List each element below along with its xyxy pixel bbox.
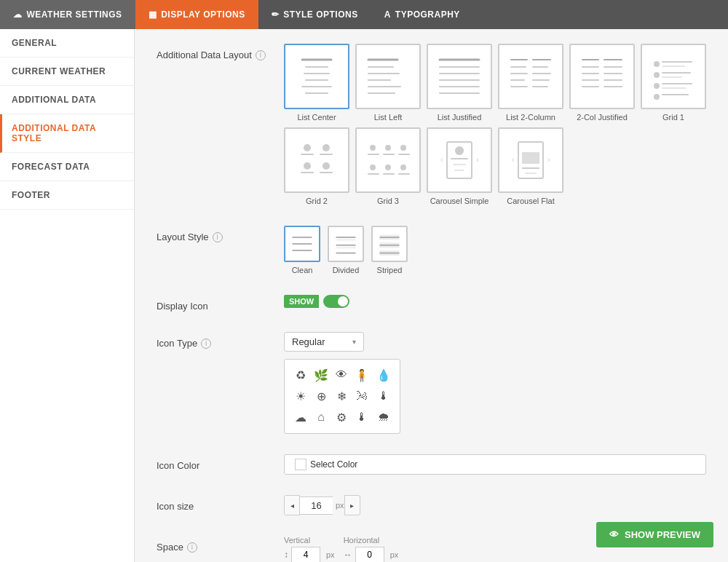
icon-eye[interactable]: 👁 — [336, 368, 347, 382]
layout-info-icon[interactable]: i — [256, 50, 266, 60]
icon-thermometer[interactable]: 🌡 — [378, 389, 389, 403]
space-horizontal-label: Horizontal — [344, 536, 399, 545]
nav-display-options[interactable]: ▦ DISPLAY OPTIONS — [135, 0, 258, 29]
icon-size-increase[interactable]: ▸ — [344, 495, 360, 515]
layout-option-2col-justified[interactable]: 2-Col Justified — [569, 44, 635, 122]
layout-option-box-list-2column[interactable] — [498, 44, 563, 109]
svg-text:‹: ‹ — [512, 156, 514, 164]
svg-point-49 — [304, 144, 311, 151]
layout-option-box-carousel-simple[interactable]: ‹ › — [427, 127, 492, 193]
sidebar-item-current-weather[interactable]: CURRENT WEATHER — [0, 58, 134, 86]
sidebar-item-additional-data-style[interactable]: ADDITIONAL DATA STYLE — [0, 114, 134, 153]
icon-leaf[interactable]: 🌿 — [314, 368, 328, 382]
layout-option-grid-2[interactable]: Grid 2 — [284, 127, 349, 205]
layout-option-list-justified[interactable]: List Justified — [427, 44, 492, 122]
icon-size-decrease[interactable]: ◂ — [284, 495, 300, 515]
svg-point-57 — [370, 145, 376, 151]
nav-style-options[interactable]: ✏ STYLE OPTIONS — [258, 0, 371, 29]
icon-type-dropdown[interactable]: Regular ▾ — [284, 332, 364, 352]
svg-point-67 — [400, 165, 406, 170]
main-layout: GENERAL CURRENT WEATHER ADDITIONAL DATA … — [0, 29, 728, 562]
sidebar-item-additional-data[interactable]: ADDITIONAL DATA — [0, 86, 134, 114]
icon-droplet[interactable]: 💧 — [376, 368, 391, 382]
icon-type-info-icon[interactable]: i — [201, 339, 211, 349]
svg-point-47 — [654, 94, 660, 100]
svg-text:›: › — [547, 156, 550, 164]
icon-size-section: Icon size ◂ 16 px ▸ — [157, 495, 706, 515]
space-horizontal-group: Horizontal ↔ px — [344, 536, 399, 562]
style-option-box-striped[interactable] — [371, 226, 408, 262]
space-vertical-value[interactable] — [291, 547, 320, 562]
layout-style-info-icon[interactable]: i — [213, 232, 223, 242]
font-icon: A — [384, 9, 391, 20]
additional-data-layout-section: Additional Data Layout i — [157, 44, 706, 205]
style-option-box-divided[interactable] — [328, 226, 364, 262]
layout-option-list-center[interactable]: List Center — [284, 44, 349, 122]
layout-option-box-list-center[interactable] — [284, 44, 349, 109]
layout-option-label-list-justified: List Justified — [438, 113, 482, 122]
sidebar-item-footer[interactable]: FOOTER — [0, 181, 134, 210]
layout-option-carousel-flat[interactable]: ‹ › Carousel Flat — [498, 127, 563, 205]
layout-option-label-grid-2: Grid 2 — [306, 197, 328, 205]
sidebar: GENERAL CURRENT WEATHER ADDITIONAL DATA … — [0, 29, 135, 562]
sidebar-item-general[interactable]: GENERAL — [0, 29, 134, 58]
svg-point-53 — [304, 162, 311, 170]
display-icon-toggle[interactable]: SHOW — [284, 295, 706, 308]
style-option-striped[interactable]: Striped — [371, 226, 408, 274]
icon-size-value[interactable]: 16 — [300, 496, 333, 515]
icon-rain[interactable]: 🌧 — [378, 411, 389, 424]
layout-option-box-grid-3[interactable] — [355, 127, 421, 193]
layout-option-box-grid-2[interactable] — [284, 127, 349, 193]
icon-wind[interactable]: 🌬 — [356, 389, 368, 403]
icon-color-button[interactable]: Select Color — [284, 454, 706, 475]
horizontal-arrow-icon: ↔ — [344, 550, 352, 560]
layout-option-grid-1[interactable]: Grid 1 — [641, 44, 706, 122]
icon-temp-low[interactable]: 🌡 — [356, 411, 368, 424]
layout-option-list-2column[interactable]: List 2-Column — [498, 44, 563, 122]
layout-style-options: Clean Divided — [284, 226, 706, 274]
icon-sun[interactable]: ☀ — [296, 389, 306, 403]
svg-point-44 — [654, 83, 660, 89]
layout-option-carousel-simple[interactable]: ‹ › Carousel Simple — [427, 127, 492, 205]
icon-gear[interactable]: ⚙ — [336, 411, 347, 424]
toggle-show-label: SHOW — [284, 295, 319, 308]
style-option-box-clean[interactable] — [284, 226, 320, 262]
space-label: Space i — [157, 536, 284, 553]
layout-option-grid-3[interactable]: Grid 3 — [355, 127, 421, 205]
icon-snowflake[interactable]: ❄ — [337, 389, 347, 403]
sidebar-item-forecast-data[interactable]: FORECAST DATA — [0, 153, 134, 181]
icon-type-content: Regular ▾ ♻ 🌿 👁 🧍 💧 ☀ ⊕ ❄ 🌬 🌡 ☁ ⌂ ⚙ — [284, 332, 706, 434]
layout-option-box-carousel-flat[interactable]: ‹ › — [498, 127, 563, 193]
style-option-clean[interactable]: Clean — [284, 226, 320, 274]
show-preview-button[interactable]: 👁 SHOW PREVIEW — [596, 522, 713, 547]
style-options-container: Clean Divided — [284, 226, 706, 274]
layout-option-list-left[interactable]: List Left — [355, 44, 421, 122]
toggle-switch[interactable] — [323, 295, 349, 308]
space-info-icon[interactable]: i — [187, 542, 197, 553]
icon-home[interactable]: ⌂ — [317, 411, 325, 424]
layout-option-box-grid-1[interactable] — [641, 44, 706, 109]
nav-typography[interactable]: A TYPOGRAPHY — [371, 0, 473, 29]
icon-location[interactable]: ⊕ — [317, 389, 326, 403]
icon-color-section: Icon Color Select Color — [157, 454, 706, 475]
icon-person[interactable]: 🧍 — [355, 368, 369, 382]
cloud-icon: ☁ — [13, 9, 23, 20]
display-icon-section: Display Icon SHOW — [157, 295, 706, 312]
icon-cloud[interactable]: ☁ — [295, 411, 306, 424]
svg-point-63 — [370, 165, 376, 170]
svg-rect-77 — [522, 152, 539, 164]
nav-weather-settings[interactable]: ☁ WEATHER SETTINGS — [0, 0, 135, 29]
layout-option-label-carousel-simple: Carousel Simple — [430, 197, 489, 205]
eye-icon: 👁 — [609, 529, 619, 540]
layout-option-label-list-center: List Center — [297, 113, 336, 122]
icon-recycle[interactable]: ♻ — [296, 368, 306, 382]
icon-color-content: Select Color — [284, 454, 706, 475]
layout-option-box-list-justified[interactable] — [427, 44, 492, 109]
svg-point-51 — [323, 144, 330, 151]
style-option-divided[interactable]: Divided — [328, 226, 364, 274]
layout-option-box-list-left[interactable] — [355, 44, 421, 109]
space-horizontal-value[interactable] — [355, 547, 384, 562]
svg-point-65 — [385, 165, 391, 170]
layout-option-box-2col-justified[interactable] — [569, 44, 635, 109]
svg-point-38 — [654, 61, 660, 67]
